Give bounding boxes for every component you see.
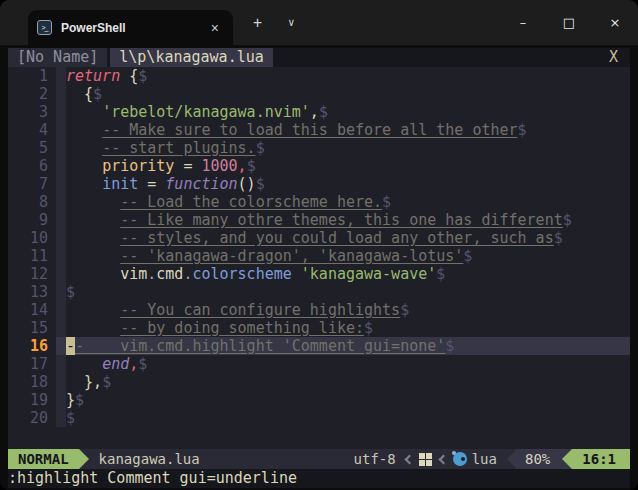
code-line[interactable]: 5 -- start plugins.$ bbox=[8, 139, 630, 157]
line-number: 1 bbox=[8, 67, 56, 85]
tab-dropdown-icon[interactable]: ∨ bbox=[282, 12, 301, 33]
code-line[interactable]: 9 -- Like many othre themes, this one ha… bbox=[8, 211, 630, 229]
terminal-content: [No Name]l\p\kanagawa.luaX 1return {$2 {… bbox=[0, 45, 638, 490]
code-text: -- You can configure highlights$ bbox=[66, 301, 630, 319]
code-text: -- start plugins.$ bbox=[66, 139, 630, 157]
line-number: 10 bbox=[8, 229, 56, 247]
code-text: init = function()$ bbox=[66, 175, 630, 193]
sign-column bbox=[56, 121, 66, 139]
sign-column bbox=[56, 319, 66, 337]
code-line[interactable]: 1return {$ bbox=[8, 67, 630, 85]
line-number: 12 bbox=[8, 265, 56, 283]
code-line[interactable]: 14 -- You can configure highlights$ bbox=[8, 301, 630, 319]
code-text: return {$ bbox=[66, 67, 630, 85]
tabline-close-button[interactable]: X bbox=[597, 48, 630, 67]
sign-column bbox=[56, 247, 66, 265]
sign-column bbox=[56, 373, 66, 391]
code-text: priority = 1000,$ bbox=[66, 157, 630, 175]
sign-column bbox=[56, 85, 66, 103]
code-text: {$ bbox=[66, 85, 630, 103]
code-line[interactable]: 12 vim.cmd.colorscheme 'kanagawa-wave'$ bbox=[8, 265, 630, 283]
terminal-tab-title: PowerShell bbox=[61, 21, 207, 35]
line-number: 6 bbox=[8, 157, 56, 175]
line-number: 17 bbox=[8, 355, 56, 373]
tab-close-icon[interactable]: × bbox=[207, 20, 223, 36]
titlebar: >_ PowerShell × + ∨ – □ × bbox=[0, 0, 638, 45]
statusline-progress: 80% bbox=[517, 451, 562, 467]
line-number: 13 bbox=[8, 283, 56, 301]
sign-column bbox=[56, 175, 66, 193]
statusline-cursor-position: 16:1 bbox=[572, 449, 630, 469]
minimize-button[interactable]: – bbox=[500, 0, 546, 45]
line-number: 9 bbox=[8, 211, 56, 229]
line-number: 8 bbox=[8, 193, 56, 211]
buffer-tab[interactable]: l\p\kanagawa.lua bbox=[110, 48, 273, 67]
sign-column bbox=[56, 139, 66, 157]
line-number: 16 bbox=[8, 337, 56, 355]
sign-column bbox=[56, 229, 66, 247]
code-text: -- styles, and you could load any other,… bbox=[66, 229, 630, 247]
vim-tabline: [No Name]l\p\kanagawa.luaX bbox=[8, 48, 630, 67]
line-number: 5 bbox=[8, 139, 56, 157]
code-text: end,$ bbox=[66, 355, 630, 373]
maximize-button[interactable]: □ bbox=[546, 0, 592, 45]
sign-column bbox=[56, 211, 66, 229]
line-number: 20 bbox=[8, 409, 56, 427]
line-number: 7 bbox=[8, 175, 56, 193]
code-line[interactable]: 4 -- Make sure to load this before all t… bbox=[8, 121, 630, 139]
line-number: 19 bbox=[8, 391, 56, 409]
code-text: -- by doing something like:$ bbox=[66, 319, 630, 337]
code-line[interactable]: 8 -- Load the colorscheme here.$ bbox=[8, 193, 630, 211]
line-number: 15 bbox=[8, 319, 56, 337]
code-text: vim.cmd.colorscheme 'kanagawa-wave'$ bbox=[66, 265, 630, 283]
code-line[interactable]: 17 end,$ bbox=[8, 355, 630, 373]
code-line[interactable]: 18 },$ bbox=[8, 373, 630, 391]
code-line[interactable]: 3 'rebelot/kanagawa.nvim',$ bbox=[8, 103, 630, 121]
chevron-left-icon bbox=[404, 454, 414, 464]
code-line[interactable]: 6 priority = 1000,$ bbox=[8, 157, 630, 175]
code-text: },$ bbox=[66, 373, 630, 391]
vim-ui: [No Name]l\p\kanagawa.luaX 1return {$2 {… bbox=[8, 48, 630, 488]
terminal-window: >_ PowerShell × + ∨ – □ × [No Name]l\p\k… bbox=[0, 0, 638, 490]
code-line[interactable]: 13$ bbox=[8, 283, 630, 301]
code-text: -- Load the colorscheme here.$ bbox=[66, 193, 630, 211]
powerline-arrow-icon bbox=[79, 449, 89, 469]
line-number: 18 bbox=[8, 373, 56, 391]
code-line[interactable]: 2 {$ bbox=[8, 85, 630, 103]
statusline-encoding: utf-8 bbox=[354, 451, 396, 467]
code-text: $ bbox=[66, 283, 630, 301]
powerline-arrow-icon bbox=[562, 449, 572, 469]
code-text: }$ bbox=[66, 391, 630, 409]
vim-buffer[interactable]: 1return {$2 {$3 'rebelot/kanagawa.nvim',… bbox=[8, 67, 630, 449]
powerline-arrow-icon bbox=[507, 449, 517, 469]
sign-column bbox=[56, 265, 66, 283]
code-text: -- vim.cmd.highlight 'Comment gui=none'$ bbox=[66, 337, 630, 355]
sign-column bbox=[56, 391, 66, 409]
code-line[interactable]: 11 -- 'kanagawa-dragon', 'kanagawa-lotus… bbox=[8, 247, 630, 265]
vim-command-line[interactable]: :highlight Comment gui=underline bbox=[8, 469, 630, 488]
mode-indicator: NORMAL bbox=[8, 449, 79, 469]
sign-column bbox=[56, 103, 66, 121]
code-line[interactable]: 19}$ bbox=[8, 391, 630, 409]
code-line[interactable]: 20$ bbox=[8, 409, 630, 427]
sign-column bbox=[56, 337, 66, 355]
sign-column bbox=[56, 355, 66, 373]
new-tab-button[interactable]: + bbox=[247, 10, 268, 36]
code-line[interactable]: 10 -- styles, and you could load any oth… bbox=[8, 229, 630, 247]
line-number: 2 bbox=[8, 85, 56, 103]
buffer-tab[interactable]: [No Name] bbox=[8, 48, 107, 67]
code-text: -- Like many othre themes, this one has … bbox=[66, 211, 630, 229]
line-number: 14 bbox=[8, 301, 56, 319]
cursor-block: - bbox=[66, 337, 75, 355]
code-line[interactable]: 15 -- by doing something like:$ bbox=[8, 319, 630, 337]
sign-column bbox=[56, 67, 66, 85]
code-line[interactable]: 7 init = function()$ bbox=[8, 175, 630, 193]
line-number: 4 bbox=[8, 121, 56, 139]
statusline-filename: kanagawa.lua bbox=[99, 451, 200, 467]
code-line-current[interactable]: 16-- vim.cmd.highlight 'Comment gui=none… bbox=[8, 337, 630, 355]
code-text: $ bbox=[66, 409, 630, 427]
powershell-icon: >_ bbox=[37, 20, 52, 35]
code-text: 'rebelot/kanagawa.nvim',$ bbox=[66, 103, 630, 121]
terminal-tab-powershell[interactable]: >_ PowerShell × bbox=[28, 10, 233, 45]
close-button[interactable]: × bbox=[592, 0, 638, 45]
